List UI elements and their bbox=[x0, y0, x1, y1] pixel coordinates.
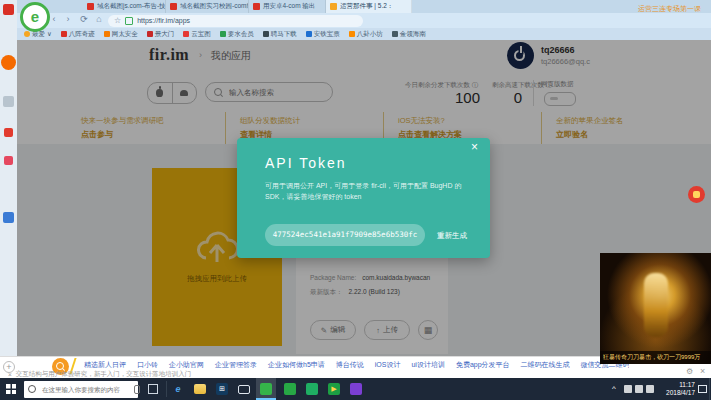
hot-link[interactable]: 企业如何做h5申请 bbox=[268, 360, 325, 371]
start-button[interactable] bbox=[6, 384, 16, 394]
edge-icon[interactable]: e bbox=[172, 383, 184, 395]
video-ad-overlay[interactable]: 狂暴传奇刀刀暴击，砍刀一刀9999万 bbox=[600, 253, 711, 364]
chevron-down-icon: ∨ bbox=[47, 30, 52, 38]
nav-bar: ‹ › ⟳ ⌂ ☆ https://fir.im/apps bbox=[0, 13, 711, 28]
browser-360-icon[interactable] bbox=[260, 383, 272, 395]
bookmark-item[interactable]: 云宝图 bbox=[183, 30, 211, 39]
close-icon[interactable]: × bbox=[8, 371, 12, 378]
tab-title: 用安卓4-com 输出 bbox=[263, 2, 315, 11]
browser-tab-3[interactable]: 用安卓4-com 输出 bbox=[249, 0, 326, 13]
tab-favicon bbox=[170, 3, 177, 10]
dock-gray-app-icon[interactable] bbox=[3, 96, 14, 107]
action-center-icon[interactable] bbox=[698, 385, 707, 393]
store-icon[interactable]: ⊞ bbox=[216, 383, 228, 395]
address-bar[interactable]: ☆ https://fir.im/apps bbox=[108, 15, 363, 27]
browser-tab-1[interactable]: 域名截图js.com-布告-技术社区 bbox=[83, 0, 166, 13]
bookmark-item[interactable]: 金领海南 bbox=[392, 30, 426, 39]
bookmark-favicon bbox=[306, 31, 312, 37]
hot-link[interactable]: 免费app分发平台 bbox=[456, 360, 510, 371]
tab-title: 运营那件事 | 5.2： bbox=[340, 2, 393, 11]
tab-favicon bbox=[330, 3, 337, 10]
desktop: 域名截图js.com-布告-技术社区 域名截图实习校园-com绘制 用安卓4-c… bbox=[0, 0, 711, 400]
gear-icon[interactable]: ⚙ bbox=[686, 367, 693, 376]
api-token-modal: × API Token 可用于调用公开 API，可用于登录 fir-cli，可用… bbox=[237, 138, 490, 258]
bookmark-favicon bbox=[104, 31, 110, 37]
bookmark-item[interactable]: 网太安全 bbox=[104, 30, 138, 39]
bookmark-label: 要水会员 bbox=[228, 30, 254, 39]
bookmark-item[interactable]: 要水会员 bbox=[220, 30, 254, 39]
bookmark-label: 景大门 bbox=[155, 30, 175, 39]
divider bbox=[166, 381, 167, 397]
dock-red-small-icon[interactable] bbox=[4, 128, 13, 137]
windows-taskbar: e ⊞ ▶ ^ 11:17 2018/4/17 bbox=[0, 378, 711, 400]
favorites-star-icon bbox=[24, 31, 30, 37]
clock-time: 11:17 bbox=[655, 381, 695, 389]
tab-favicon bbox=[253, 3, 260, 10]
browser-logo[interactable]: e bbox=[20, 2, 50, 32]
bookmark-item[interactable]: 景大门 bbox=[147, 30, 175, 39]
task-view-button[interactable] bbox=[148, 384, 158, 394]
bookmark-label: 云宝图 bbox=[191, 30, 211, 39]
hot-link[interactable]: iOS设计 bbox=[375, 360, 401, 371]
wechat-app-icon[interactable] bbox=[306, 383, 318, 395]
taskbar-search-box[interactable] bbox=[24, 381, 138, 398]
taskbar-search-input[interactable] bbox=[40, 385, 130, 394]
bookmarks-bar: 最爱 ∨ 八阵奇迹 网太安全 景大门 云宝图 要水会员 聘马下载 安铁宝票 八卦… bbox=[0, 28, 711, 40]
hot-link[interactable]: ui设计培训 bbox=[411, 360, 444, 371]
search-icon bbox=[56, 362, 64, 370]
desktop-side-dock bbox=[0, 0, 17, 378]
bookmark-item[interactable]: 八阵奇迹 bbox=[61, 30, 95, 39]
purple-app-icon[interactable] bbox=[350, 383, 362, 395]
dock-orange-circle-icon[interactable] bbox=[1, 55, 16, 70]
dock-pink-icon[interactable] bbox=[4, 156, 13, 165]
bookmark-favicon bbox=[349, 31, 355, 37]
modal-description: 可用于调用公开 API，可用于登录 fir-cli，可用于配置 BugHD 的 … bbox=[265, 180, 465, 202]
tab-title: 域名截图js.com-布告-技术社区 bbox=[97, 2, 166, 11]
close-icon[interactable]: × bbox=[471, 140, 478, 154]
hot-link[interactable]: 博台传说 bbox=[336, 360, 364, 371]
bookmark-star-icon[interactable]: ☆ bbox=[114, 16, 121, 25]
green-app-icon[interactable] bbox=[284, 383, 296, 395]
tray-ime-icon[interactable] bbox=[646, 385, 654, 393]
media-player-icon[interactable]: ▶ bbox=[328, 383, 340, 395]
forward-icon[interactable]: › bbox=[62, 14, 74, 24]
ad-game-character bbox=[644, 273, 668, 337]
bookmark-favicon bbox=[61, 31, 67, 37]
microphone-icon[interactable] bbox=[134, 385, 140, 394]
bookmark-item[interactable]: 聘马下载 bbox=[263, 30, 297, 39]
hot-link[interactable]: 企业管理答录 bbox=[215, 360, 257, 371]
bookmark-label: 金领海南 bbox=[400, 30, 426, 39]
tray-chevron-up-icon[interactable]: ^ bbox=[612, 384, 616, 393]
file-explorer-icon[interactable] bbox=[194, 384, 206, 394]
dock-blue-app-icon[interactable] bbox=[3, 212, 14, 223]
hot-link[interactable]: 二维码在线生成 bbox=[521, 360, 570, 371]
mail-icon[interactable] bbox=[238, 385, 250, 394]
bookmark-favicon bbox=[147, 31, 153, 37]
close-icon[interactable]: × bbox=[700, 366, 705, 376]
bookmark-item[interactable]: 安铁宝票 bbox=[306, 30, 340, 39]
api-token-value[interactable]: 477524ec541e1a91f7909e85e6b530fc bbox=[265, 224, 425, 246]
regenerate-token-button[interactable]: 重新生成 bbox=[437, 231, 467, 241]
tab-title: 域名截图实习校园-com绘制 bbox=[180, 2, 249, 11]
refresh-icon[interactable]: ⟳ bbox=[78, 14, 90, 24]
https-lock-icon bbox=[125, 17, 133, 25]
bookmark-label: 八卦小坊 bbox=[357, 30, 383, 39]
bookmark-favicon bbox=[392, 31, 398, 37]
bookmark-favicon bbox=[263, 31, 269, 37]
clock-date: 2018/4/17 bbox=[655, 389, 695, 397]
bookmark-favicon bbox=[183, 31, 189, 37]
ad-caption[interactable]: 狂暴传奇刀刀暴击，砍刀一刀9999万 bbox=[600, 351, 711, 364]
browser-tab-4-active[interactable]: 运营那件事 | 5.2： bbox=[326, 0, 412, 13]
browser-tab-2[interactable]: 域名截图实习校园-com绘制 bbox=[166, 0, 249, 13]
url-text[interactable]: https://fir.im/apps bbox=[137, 17, 190, 24]
bookmark-item[interactable]: 八卦小坊 bbox=[349, 30, 383, 39]
browser-chrome: 域名截图js.com-布告-技术社区 域名截图实习校园-com绘制 用安卓4-c… bbox=[0, 0, 711, 40]
red-packet-float-icon[interactable] bbox=[688, 186, 705, 203]
taskbar-clock[interactable]: 11:17 2018/4/17 bbox=[655, 381, 695, 397]
dock-red-app-icon[interactable] bbox=[3, 4, 14, 15]
tray-volume-icon[interactable] bbox=[635, 385, 643, 393]
tab-bar: 域名截图js.com-布告-技术社区 域名截图实习校园-com绘制 用安卓4-c… bbox=[0, 0, 711, 13]
home-icon[interactable]: ⌂ bbox=[93, 14, 105, 24]
cortana-icon bbox=[28, 385, 36, 393]
tray-network-icon[interactable] bbox=[624, 385, 632, 393]
